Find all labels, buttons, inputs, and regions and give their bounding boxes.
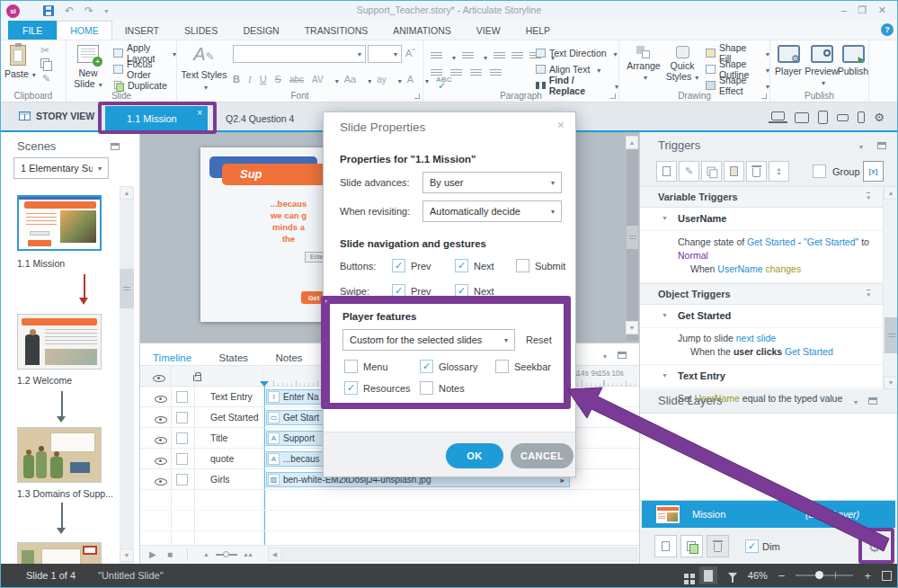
bullet-list-icon[interactable] [431,52,442,60]
tab-view[interactable]: VIEW [464,21,513,40]
paste-trigger-button[interactable] [724,161,744,182]
buttons-submit-checkbox[interactable] [516,259,529,272]
tab-insert[interactable]: INSERT [112,21,172,40]
strikethrough-button[interactable]: S [275,74,281,85]
tab-states[interactable]: States [218,352,248,363]
tab-design[interactable]: DESIGN [230,21,291,40]
help-icon[interactable]: ? [881,23,894,36]
dim-checkbox[interactable] [745,539,759,553]
dialog-header[interactable]: Slide Properties × [324,112,575,139]
layers-float-icon[interactable] [868,397,877,405]
lock-checkbox[interactable] [176,432,188,444]
story-view-tab[interactable]: STORY VIEW [19,111,94,121]
collapse-triangle-icon[interactable]: ▼ [662,312,668,318]
tab-notes[interactable]: Notes [276,352,303,363]
show-hide-all-eye-icon[interactable] [153,372,164,383]
tab-file[interactable]: FILE [8,21,57,40]
timeline-menu-icon[interactable]: ▾ [603,352,607,361]
font-dialog-launcher-icon[interactable] [414,94,420,99]
stage-scroll-down-icon[interactable]: ▼ [626,321,638,334]
stage-scroll-up-icon[interactable]: ▲ [626,136,638,149]
change-case-button[interactable]: Aa [344,74,356,85]
restore-button[interactable]: ❐ [858,4,867,16]
play-icon[interactable]: ▶ [149,549,156,559]
paragraph-dialog-launcher-icon[interactable] [610,94,616,99]
tablet-landscape-icon[interactable] [795,112,809,123]
scenes-scroll-up-icon[interactable]: ▲ [120,186,134,200]
highlight-button[interactable]: ay [377,75,387,85]
triggers-scroll-down-icon[interactable]: ▼ [884,376,898,389]
font-color-button[interactable]: A [407,74,413,85]
base-layer-row[interactable]: Mission (Base Layer) [642,501,895,528]
cancel-button[interactable]: CANCEL [511,443,573,468]
eye-icon[interactable] [155,455,166,466]
slide-thumbnail-2[interactable] [17,314,102,370]
tab-home[interactable]: HOME [57,21,112,40]
scenes-float-icon[interactable] [111,143,120,150]
drawing-dialog-launcher-icon[interactable] [761,94,767,99]
text-styles-button[interactable]: Text Styles [181,69,227,92]
decrease-indent-icon[interactable] [493,52,505,60]
numbered-list-icon[interactable] [462,52,474,60]
align-right-icon[interactable] [470,69,482,77]
publish-button[interactable]: ▶ Publish [837,45,869,76]
buttons-next-checkbox[interactable] [455,259,468,272]
object-triggers-section[interactable]: Object Triggers ▾ [640,283,883,305]
collapse-triangle-icon[interactable]: ▼ [662,215,668,221]
slide-thumbnail-4[interactable] [17,542,102,564]
triggers-menu-icon[interactable]: ▾ [859,143,863,151]
zoom-in-tri-icon[interactable]: ▲▲ [243,551,252,557]
tab-transitions[interactable]: TRANSITIONS [292,21,381,40]
reorder-trigger-button[interactable]: ▲▼ [769,161,789,182]
scenes-scroll-thumb[interactable] [120,269,134,308]
bold-button[interactable]: B [233,74,240,85]
when-revisiting-select[interactable]: Automatically decide [422,200,562,222]
scene-selector[interactable]: 1 Elementary Sup [13,157,109,179]
trigger-group-username[interactable]: ▼ UserName [640,208,883,231]
timeline-zoom-slider[interactable] [216,554,237,556]
tablet-portrait-icon[interactable] [818,111,828,124]
lock-checkbox[interactable] [176,391,188,403]
tab-timeline[interactable]: Timeline [153,352,191,363]
slide-tab-inactive[interactable]: Q2.4 Question 4 [226,113,294,124]
eye-icon[interactable] [155,393,166,404]
slide-layers-list[interactable] [640,413,897,501]
slide-thumbnail-3[interactable] [17,427,102,483]
justify-icon[interactable] [490,69,502,77]
underline-button[interactable]: U [260,74,267,85]
cut-icon[interactable]: ✂ [40,44,49,57]
eye-icon[interactable] [155,476,166,486]
new-slide-button[interactable]: New Slide [68,67,108,89]
quick-styles-button[interactable]: Quick Styles [664,44,700,82]
variables-button[interactable]: [x] [863,161,884,182]
group-checkbox[interactable] [813,165,826,178]
copy-trigger-button[interactable] [701,161,722,182]
new-layer-button[interactable] [654,535,677,557]
lock-checkbox[interactable] [176,453,188,465]
fit-to-window-icon[interactable] [882,571,892,581]
new-trigger-button[interactable] [656,161,677,182]
lock-checkbox[interactable] [176,412,188,423]
new-slide-icon[interactable]: + [77,45,99,63]
preview-button[interactable]: Preview [805,45,839,87]
slide-thumbnail-1[interactable] [17,195,102,251]
edit-trigger-button[interactable]: ✎ [679,161,699,182]
timeline-h-scrollbar[interactable] [282,548,637,561]
zoom-slider-thumb[interactable] [815,571,823,579]
font-size-select[interactable] [368,45,402,63]
triggers-scroll-up-icon[interactable]: ▲ [884,186,898,200]
tab-help[interactable]: HELP [513,21,563,40]
lock-checkbox[interactable] [176,474,188,486]
timeline-float-icon[interactable] [618,352,627,359]
close-button[interactable]: ✕ [878,4,886,16]
slide-view-icon[interactable] [699,566,717,584]
align-left-icon[interactable] [431,69,442,77]
text-direction-button[interactable]: Text Direction [536,46,618,60]
italic-button[interactable]: I [248,74,252,85]
format-painter-icon[interactable]: ✎ [42,73,50,85]
duplicate-layer-button[interactable] [680,535,703,557]
zoom-out-tri-icon[interactable]: ▲ [203,551,209,557]
stop-icon[interactable]: ■ [167,549,173,559]
slide-canvas[interactable]: Sup ...becauswe can gminds athe Ente Get [200,147,326,322]
arrange-button[interactable]: Arrange [625,44,662,82]
